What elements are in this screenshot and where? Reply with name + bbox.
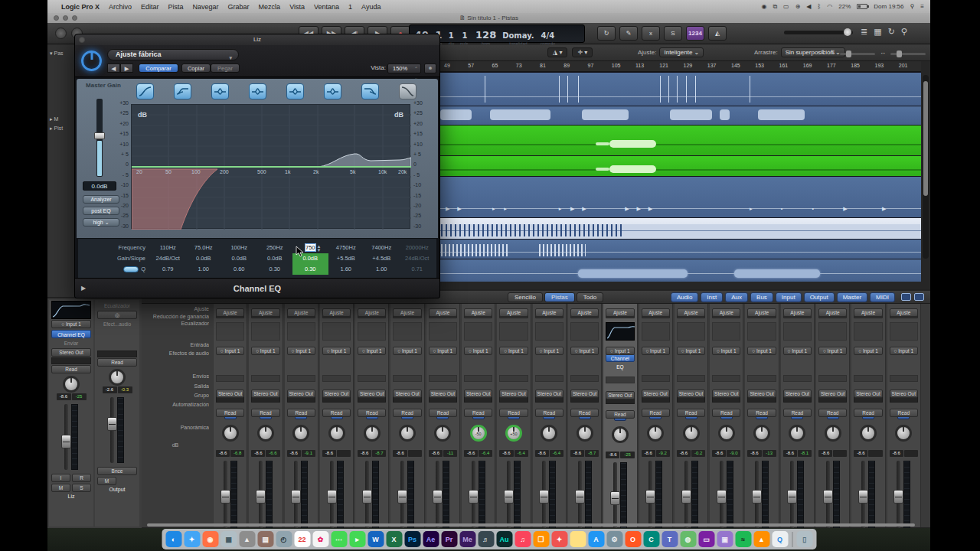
menu-item-1[interactable]: 1 [348, 3, 352, 11]
pan-knob[interactable] [683, 425, 700, 442]
control-button-5[interactable]: ◭ [708, 26, 727, 41]
waveform-zoom-icon[interactable]: ⇞ [821, 49, 826, 56]
strip-setting-button[interactable]: Ajuste [783, 308, 812, 317]
pan-knob[interactable] [612, 426, 629, 443]
send-slot[interactable] [854, 375, 882, 382]
horizontal-zoom-icon[interactable]: ↔ [880, 49, 886, 56]
send-slot[interactable] [251, 375, 279, 382]
input-slot-button[interactable]: ○ Input 1 [358, 347, 386, 355]
pan-knob[interactable] [434, 425, 451, 442]
menu-item-ayuda[interactable]: Ayuda [361, 3, 381, 11]
control-button-0[interactable]: ↻ [597, 26, 616, 41]
volume-value[interactable]: -8.6 [890, 450, 903, 457]
eq-slot-empty[interactable] [570, 322, 599, 341]
dock-icon-podcasts[interactable]: ✦ [551, 531, 567, 547]
list-editors-icon[interactable]: ≣ [861, 27, 867, 37]
send-slot[interactable] [783, 375, 812, 382]
band-frequency-value[interactable]: 110Hz [150, 243, 186, 253]
record-enable-button[interactable]: R [72, 474, 91, 482]
automation-button[interactable]: Read [51, 365, 91, 373]
mixer-filter-aux[interactable]: Aux [725, 292, 748, 302]
menu-item-navegar[interactable]: Navegar [193, 3, 219, 11]
dock-icon-after-effects[interactable]: Ae [423, 531, 439, 547]
band-gain-value[interactable]: 24dB/Oct [150, 253, 186, 264]
vertical-zoom-slider[interactable] [840, 53, 875, 55]
dock-icon-books[interactable]: ❐ [533, 531, 549, 547]
pan-knob[interactable] [257, 425, 274, 442]
automation-button[interactable]: Read [97, 358, 137, 367]
automation-button[interactable]: Read [854, 409, 882, 417]
clock[interactable]: Dom 19:56 [874, 3, 903, 10]
output-slot-button[interactable]: Stereo Out [499, 390, 528, 398]
inspector-more-disclosure[interactable]: ▸ M [47, 115, 74, 124]
send-slot[interactable] [642, 375, 670, 382]
power-button[interactable] [81, 51, 102, 71]
volume-value[interactable]: -8.6 [535, 450, 549, 457]
input-slot-button[interactable]: ○ Input 1 [322, 347, 351, 355]
keyboard-icon[interactable]: ⊕ [795, 3, 801, 10]
eq-band-column-8[interactable]: 20000Hz24dB/Oct 0.71 [400, 239, 436, 279]
send-slot[interactable] [358, 375, 386, 382]
output-slot-button[interactable]: Stereo Out [287, 390, 315, 398]
band-lowpass-button[interactable] [399, 83, 416, 99]
output-slot-button[interactable]: Stereo Out [570, 390, 599, 398]
output-slot-button[interactable]: Stereo Out [747, 390, 776, 398]
loop-browser-icon[interactable]: ↻ [888, 27, 895, 37]
volume-value[interactable]: -8.6 [358, 450, 371, 457]
footer-disclosure-triangle[interactable]: ▶ [81, 285, 86, 292]
band-q-value[interactable]: 1.60 [328, 264, 364, 275]
automation-button[interactable]: Read [712, 409, 740, 417]
input-slot-button[interactable]: ○ Input 1 [464, 347, 492, 355]
eq-slot-empty[interactable] [535, 322, 564, 341]
eq-slot-empty[interactable] [818, 322, 847, 341]
strip-setting-button[interactable]: Ajuste [606, 308, 634, 317]
automation-button[interactable]: Read [216, 409, 244, 417]
band-q-value[interactable]: 0.30 [257, 264, 293, 275]
track-name[interactable]: Output [97, 487, 137, 492]
inspector-track-disclosure[interactable]: ▸ Pist [47, 124, 74, 133]
eq-band-column-3[interactable]: 100Hz0.0dB 0.60 [221, 239, 257, 279]
control-button-3[interactable]: S [664, 26, 682, 41]
pan-knob[interactable] [825, 425, 841, 442]
automation-button[interactable]: Read [818, 409, 847, 417]
strip-setting-button[interactable]: Ajuste [322, 308, 351, 317]
mixer-view-toggles[interactable] [901, 293, 924, 301]
eq-band-column-5[interactable]: 750▲▼0.0dB 0.30 [292, 239, 328, 279]
pan-knob[interactable] [647, 425, 664, 442]
volume-value[interactable]: -8.6 [216, 450, 230, 457]
output-slot-button[interactable]: Stereo Out [783, 390, 812, 398]
eq-slot-empty[interactable] [854, 322, 882, 341]
dock-icon-vlc[interactable]: ▲ [753, 531, 769, 547]
control-button-2[interactable]: x [642, 26, 660, 41]
band-bell3-button[interactable] [286, 83, 304, 99]
input-slot-button[interactable]: ○ Input 1 [677, 347, 705, 355]
fx-slot-label[interactable]: Efect...audio [97, 320, 137, 328]
volume-value[interactable]: -8.6 [818, 450, 832, 457]
automation-button[interactable]: Read [783, 409, 812, 417]
output-slot-button[interactable]: Stereo Out [51, 348, 91, 357]
band-highshelf-button[interactable] [361, 83, 379, 99]
pan-knob[interactable] [541, 425, 557, 442]
track-name[interactable]: Liz [51, 494, 91, 499]
band-lowshelf-button[interactable] [174, 83, 191, 99]
volume-value[interactable]: -8.6 [642, 450, 655, 457]
eq-slot-empty[interactable] [251, 322, 279, 341]
menu-item-pista[interactable]: Pista [168, 3, 184, 11]
volume-value[interactable]: -8.6 [570, 450, 584, 457]
secondary-tool-menu[interactable]: ✛ ▾ [572, 47, 593, 57]
band-q-value[interactable]: 0.79 [150, 264, 186, 275]
volume-fader[interactable] [51, 402, 91, 472]
mixer-filter-master[interactable]: Master [837, 292, 867, 302]
dock-icon-display-app[interactable]: ▭ [698, 531, 714, 547]
send-slot[interactable] [890, 375, 918, 382]
dock-icon-opera[interactable]: O [625, 531, 641, 547]
input-slot-button[interactable]: ○ Input 1 [712, 347, 740, 355]
pan-knob[interactable] [860, 425, 877, 442]
pan-knob[interactable] [63, 376, 80, 393]
send-slot[interactable] [499, 375, 528, 382]
input-slot-button[interactable]: ○ Input 1 [818, 347, 847, 355]
mixer-tab-todo[interactable]: Todo [577, 292, 603, 302]
mixer-tab-pistas[interactable]: Pistas [544, 292, 575, 302]
mixer-horizontal-scrollbar[interactable] [147, 523, 915, 527]
automation-button[interactable]: Read [322, 409, 351, 417]
